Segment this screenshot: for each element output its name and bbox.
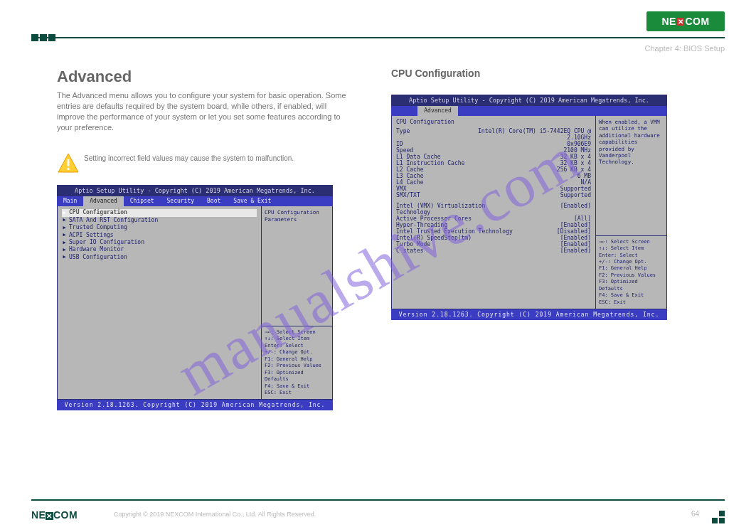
- row-v: 0x906E9: [567, 141, 591, 147]
- bios-help-keys: →←: Select Screen ↑↓: Select Item Enter:…: [596, 235, 666, 309]
- copyright: Copyright © 2019 NEXCOM International Co…: [114, 511, 316, 518]
- bios-menu-item: ▶ACPI Settings: [62, 232, 257, 239]
- help-key: +/-: Change Opt.: [599, 259, 664, 265]
- bios-opt: Technology: [396, 209, 591, 216]
- bios-menu-item: ▶CPU Configuration: [62, 209, 257, 216]
- bios-tab-chipset: Chipset: [124, 196, 161, 206]
- bios-tab-boot: Boot: [201, 196, 227, 206]
- help-key: F3: Optimized Defaults: [599, 279, 664, 292]
- help-key: →←: Select Screen: [265, 329, 329, 336]
- row-k: VMX: [396, 186, 406, 192]
- row-k: L4 Cache: [396, 179, 424, 186]
- row-v: [Enabled]: [560, 235, 591, 241]
- bios-menu-item: ▶Super IO Configuration: [62, 239, 257, 246]
- bios-opt: C states[Enabled]: [396, 248, 591, 254]
- bios-row: ID0x906E9: [396, 141, 591, 147]
- bios-tab-main: Main: [57, 196, 83, 206]
- help-key: +/-: Change Opt.: [265, 349, 329, 356]
- bios-item-label: ACPI Settings: [69, 232, 114, 239]
- row-v: 6 MB: [577, 173, 591, 179]
- bios-subhead: CPU Configuration: [396, 119, 591, 125]
- row-v: 2100 MHz: [563, 147, 591, 154]
- bios-item-label: SATA And RST Configuration: [69, 217, 158, 224]
- bios-item-label: Hardware Monitor: [69, 246, 124, 253]
- bios-row: L1 Instruction Cache32 KB x 4: [396, 160, 591, 166]
- row-k: Speed: [396, 147, 413, 154]
- row-k: SMX/TXT: [396, 192, 420, 198]
- bios-row: L4 CacheN/A: [396, 179, 591, 186]
- bios-side-desc: When enabled, a VMM can utilize the addi…: [596, 116, 666, 235]
- bios-tab-advanced: Advanced: [83, 196, 124, 206]
- help-key: F4: Save & Exit: [599, 292, 664, 299]
- bios-row: L1 Data Cache32 KB x 4: [396, 154, 591, 160]
- bios-item-label: USB Configuration: [69, 254, 127, 261]
- row-k: L1 Instruction Cache: [396, 160, 464, 166]
- bios-tab-security: Security: [161, 196, 201, 206]
- warning-icon: [57, 152, 80, 174]
- footer-logo: NE✕COM: [31, 509, 78, 521]
- row-v: [Enabled]: [560, 203, 591, 209]
- help-key: Enter: Select: [599, 252, 664, 259]
- bios-row: Speed2100 MHz: [396, 147, 591, 154]
- help-key: ESC: Exit: [265, 390, 329, 396]
- footer-cubes-icon: [709, 508, 725, 523]
- bios-tabbar: Main Advanced: [391, 106, 667, 116]
- bios-row: L3 Cache6 MB: [396, 173, 591, 179]
- row-v: [Disabled]: [557, 228, 591, 235]
- warning-text: Setting incorrect field values may cause…: [84, 152, 294, 163]
- row-v: 32 KB x 4: [560, 154, 591, 160]
- help-key: F3: Optimized Defaults: [265, 370, 329, 383]
- help-key: F1: General Help: [599, 265, 664, 272]
- svg-rect-0: [68, 159, 70, 166]
- bios-help-keys: →←: Select Screen ↑↓: Select Item Enter:…: [262, 326, 332, 399]
- row-v: [Enabled]: [560, 222, 591, 228]
- bios-menu-item: ▶USB Configuration: [62, 254, 257, 261]
- bios-item-label: CPU Configuration: [69, 209, 127, 216]
- bios-menu-item: ▶Hardware Monitor: [62, 246, 257, 253]
- row-v: [All]: [574, 216, 591, 222]
- bios-opt: Intel (VMX) Virtualization[Enabled]: [396, 203, 591, 209]
- row-k: Intel Trusted Execution Technology: [396, 228, 513, 235]
- help-key: F2: Previous Values: [599, 272, 664, 279]
- section-desc: The Advanced menu allows you to configur…: [57, 90, 356, 132]
- row-k: L1 Data Cache: [396, 154, 441, 160]
- bios-opt: Turbo Mode[Enabled]: [396, 241, 591, 248]
- help-key: F4: Save & Exit: [265, 383, 329, 390]
- row-k: Type: [396, 128, 410, 141]
- row-k: Turbo Mode: [396, 241, 430, 248]
- bios-tab-advanced: Advanced: [417, 106, 458, 116]
- row-v: N/A: [581, 179, 591, 186]
- row-v: Intel(R) Core(TM) i5-7442EQ CPU @ 2.10GH…: [463, 128, 591, 141]
- bios-row: VMXSupported: [396, 186, 591, 192]
- chapter-label: Chapter 4: BIOS Setup: [644, 44, 725, 53]
- bios-opt: Intel(R) SpeedStep(tm)[Enabled]: [396, 235, 591, 241]
- row-k: C states: [396, 248, 424, 254]
- header-rule: [31, 37, 725, 38]
- help-key: ↑↓: Select Item: [265, 336, 329, 342]
- row-k: Intel (VMX) Virtualization: [396, 203, 485, 209]
- bios-side-desc: CPU Configuration Parameters: [262, 206, 332, 326]
- help-key: F1: General Help: [265, 356, 329, 363]
- bios-title: Aptio Setup Utility - Copyright (C) 2019…: [57, 185, 333, 196]
- section-heading-advanced: Advanced: [57, 68, 356, 86]
- footer-rule: [31, 499, 725, 501]
- bios-row: TypeIntel(R) Core(TM) i5-7442EQ CPU @ 2.…: [396, 128, 591, 141]
- help-key: →←: Select Screen: [599, 239, 664, 245]
- row-v: [Enabled]: [560, 248, 591, 254]
- bios-footer: Version 2.18.1263. Copyright (C) 2019 Am…: [391, 309, 667, 320]
- bios-opt: Intel Trusted Execution Technology[Disab…: [396, 228, 591, 235]
- bios-screenshot-cpu: Aptio Setup Utility - Copyright (C) 2019…: [391, 95, 667, 320]
- bios-menu-item: ▶SATA And RST Configuration: [62, 217, 257, 224]
- bios-menu-item: ▶Trusted Computing: [62, 224, 257, 231]
- row-k: Intel(R) SpeedStep(tm): [396, 235, 472, 241]
- row-k: L2 Cache: [396, 166, 424, 173]
- row-v: Supported: [560, 192, 591, 198]
- help-key: ↑↓: Select Item: [599, 245, 664, 252]
- bios-item-label: Super IO Configuration: [69, 239, 144, 246]
- row-v: 32 KB x 4: [560, 160, 591, 166]
- bios-row: L2 Cache256 KB x 4: [396, 166, 591, 173]
- subheading-cpu-config: CPU Configuration: [391, 68, 690, 79]
- help-key: ESC: Exit: [599, 299, 664, 306]
- help-key: F2: Previous Values: [265, 363, 329, 369]
- bios-opt: Active Processor Cores[All]: [396, 216, 591, 222]
